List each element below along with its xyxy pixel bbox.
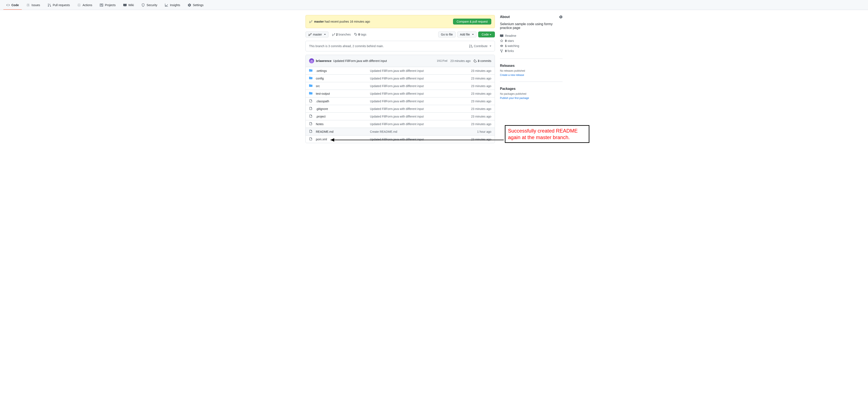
file-name-link[interactable]: src: [316, 84, 320, 88]
branches-link[interactable]: 2 branches: [332, 33, 351, 36]
branch-status-text: This branch is 3 commits ahead, 2 commit…: [309, 44, 384, 48]
commits-count: 3: [478, 59, 479, 63]
tab-actions-label: Actions: [83, 3, 92, 7]
annotation-text: Successfully created README again at the…: [508, 128, 578, 140]
tab-settings[interactable]: Settings: [185, 2, 207, 10]
releases-none: No releases published: [500, 69, 562, 72]
add-file-button[interactable]: Add file: [457, 31, 476, 37]
branch-select-button[interactable]: master: [306, 31, 329, 37]
tab-projects[interactable]: Projects: [97, 2, 119, 10]
folder-icon: [309, 92, 312, 96]
add-file-label: Add file: [460, 33, 470, 36]
about-description: Selenium sample code using formy practic…: [500, 22, 562, 30]
create-release-link[interactable]: Create a new release: [500, 73, 524, 76]
file-name-link[interactable]: config: [316, 77, 324, 80]
file-commit-msg[interactable]: Updated FillForm.java with different inp…: [370, 138, 424, 141]
flash-text: master had recent pushes 16 minutes ago: [314, 20, 370, 23]
file-commit-msg[interactable]: Updated FillForm.java with different inp…: [370, 100, 424, 103]
tab-pulls[interactable]: Pull requests: [44, 2, 73, 10]
table-row: .gitignoreUpdated FillForm.java with dif…: [306, 105, 495, 113]
star-icon: [500, 39, 503, 42]
table-row: .settingsUpdated FillForm.java with diff…: [306, 67, 495, 74]
file-commit-msg[interactable]: Updated FillForm.java with different inp…: [370, 69, 424, 72]
file-name-link[interactable]: .project: [316, 115, 326, 118]
stars-label: stars: [507, 39, 514, 42]
eye-icon: [500, 44, 503, 47]
file-icon: [309, 107, 312, 111]
file-list-box: ◔ brlawrence Updated FillForm.java with …: [306, 55, 495, 143]
file-navigation: master 2 branches 0 tags Go to file Add …: [306, 31, 495, 37]
tab-code[interactable]: Code: [3, 2, 22, 10]
branch-icon: [308, 33, 312, 36]
file-commit-msg[interactable]: Updated FillForm.java with different inp…: [370, 84, 424, 88]
tab-settings-label: Settings: [193, 3, 204, 7]
file-icon: [309, 122, 312, 126]
file-name-link[interactable]: .settings: [316, 69, 327, 72]
tab-security-label: Security: [147, 3, 157, 7]
book-icon: [123, 3, 127, 7]
file-age: 23 minutes ago: [462, 122, 491, 126]
tab-actions[interactable]: Actions: [74, 2, 95, 10]
forks-link[interactable]: 0 forks: [500, 49, 562, 54]
tab-issues-label: Issues: [31, 3, 40, 7]
commit-sha[interactable]: 1922fed: [437, 59, 447, 62]
table-row: srcUpdated FillForm.java with different …: [306, 82, 495, 90]
go-to-file-button[interactable]: Go to file: [438, 31, 456, 37]
tags-link[interactable]: 0 tags: [354, 33, 366, 36]
graph-icon: [165, 3, 168, 7]
forks-label: forks: [507, 49, 514, 53]
file-commit-msg[interactable]: Updated FillForm.java with different inp…: [370, 115, 424, 118]
watching-link[interactable]: 1 watching: [500, 43, 562, 49]
file-name-link[interactable]: pom.xml: [316, 138, 327, 141]
file-name-link[interactable]: README.md: [316, 130, 333, 133]
branch-icon: [309, 20, 312, 23]
tags-label: tags: [360, 33, 366, 36]
tab-insights[interactable]: Insights: [162, 2, 183, 10]
table-row: .projectUpdated FillForm.java with diffe…: [306, 113, 495, 120]
readme-link[interactable]: Readme: [500, 33, 562, 38]
commits-history-link[interactable]: 3 commits: [473, 59, 491, 63]
file-commit-msg[interactable]: Create README.md: [370, 130, 397, 133]
file-age: 23 minutes ago: [462, 138, 491, 141]
tab-issues[interactable]: Issues: [24, 2, 43, 10]
gear-icon[interactable]: [559, 15, 562, 19]
file-name-link[interactable]: test-output: [316, 92, 330, 95]
tab-wiki[interactable]: Wiki: [120, 2, 137, 10]
file-commit-msg[interactable]: Updated FillForm.java with different inp…: [370, 77, 424, 80]
play-icon: [78, 3, 81, 7]
file-commit-msg[interactable]: Updated FillForm.java with different inp…: [370, 92, 424, 95]
pull-request-icon: [469, 44, 472, 48]
table-row: README.mdCreate README.md1 hour ago: [306, 128, 495, 135]
file-commit-msg[interactable]: Updated FillForm.java with different inp…: [370, 122, 424, 126]
commit-message[interactable]: Updated FillForm.java with different inp…: [333, 59, 387, 63]
file-age: 23 minutes ago: [462, 92, 491, 95]
folder-icon: [309, 84, 312, 88]
watching-label: watching: [507, 44, 519, 47]
flash-branch: master: [314, 20, 324, 23]
contribute-button[interactable]: Contribute: [469, 44, 491, 48]
code-download-button[interactable]: Code: [478, 31, 495, 37]
commit-age: 23 minutes ago: [450, 59, 471, 63]
pull-request-icon: [48, 3, 51, 7]
avatar[interactable]: ◔: [309, 58, 314, 63]
file-commit-msg[interactable]: Updated FillForm.java with different inp…: [370, 107, 424, 110]
file-name-link[interactable]: Notes: [316, 122, 324, 126]
flash-rest: had recent pushes 16 minutes ago: [324, 20, 370, 23]
issue-icon: [26, 3, 30, 7]
folder-icon: [309, 69, 312, 73]
publish-package-link[interactable]: Publish your first package: [500, 97, 529, 100]
commits-label: commits: [480, 59, 491, 63]
tab-security[interactable]: Security: [138, 2, 160, 10]
forks-count: 0: [505, 49, 507, 53]
commit-author[interactable]: brlawrence: [316, 59, 332, 63]
branch-icon: [332, 33, 335, 36]
compare-pull-request-button[interactable]: Compare & pull request: [453, 19, 491, 25]
code-icon: [6, 3, 10, 7]
file-name-link[interactable]: .classpath: [316, 100, 329, 103]
table-row: pom.xmlUpdated FillForm.java with differ…: [306, 135, 495, 143]
stars-link[interactable]: 0 stars: [500, 38, 562, 43]
latest-commit-header: ◔ brlawrence Updated FillForm.java with …: [306, 55, 495, 67]
tab-code-label: Code: [11, 3, 19, 7]
file-name-link[interactable]: .gitignore: [316, 107, 328, 110]
about-section: About Selenium sample code using formy p…: [500, 15, 562, 59]
